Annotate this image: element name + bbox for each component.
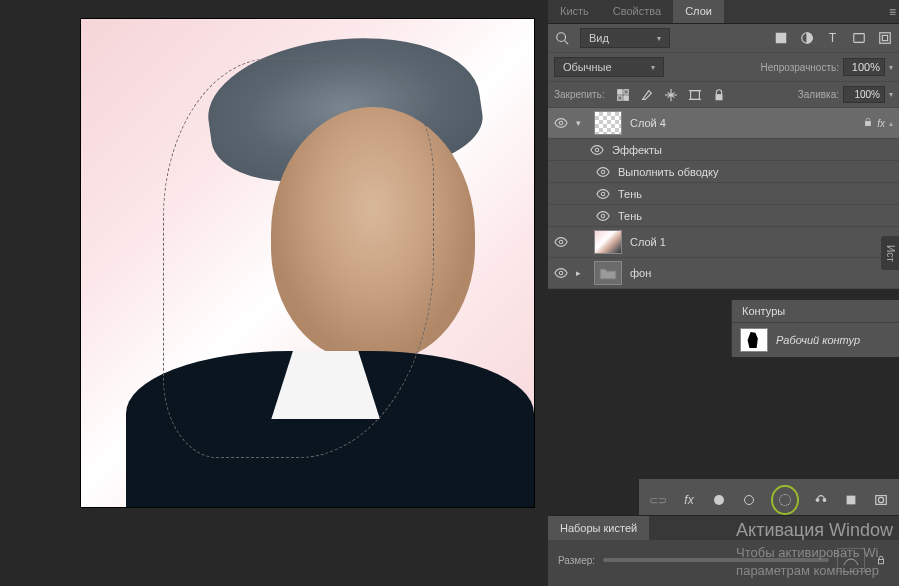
lock-pixels-icon[interactable] (639, 87, 655, 103)
chevron-down-icon: ▾ (657, 34, 661, 43)
layer-name[interactable]: Слой 4 (630, 117, 855, 129)
tab-paths[interactable]: Контуры (732, 300, 899, 323)
fill-value[interactable]: 100% (843, 86, 885, 103)
visibility-toggle[interactable] (590, 143, 604, 157)
layer-name[interactable]: фон (630, 267, 893, 279)
path-row-work[interactable]: Рабочий контур (732, 323, 899, 357)
svg-rect-5 (854, 34, 865, 43)
svg-rect-12 (690, 90, 699, 99)
lock-all-icon[interactable] (711, 87, 727, 103)
layer-thumbnail[interactable] (594, 230, 622, 254)
fill-path-icon[interactable] (711, 491, 727, 509)
make-work-path-icon[interactable] (813, 491, 829, 509)
blend-mode-dropdown[interactable]: Обычные ▾ (554, 57, 664, 77)
panel-menu-icon[interactable]: ≡ (889, 5, 896, 19)
brush-size-slider[interactable] (603, 558, 829, 562)
canvas-area[interactable] (0, 0, 548, 586)
visibility-toggle[interactable] (596, 187, 610, 201)
filter-kind-dropdown[interactable]: Вид ▾ (580, 28, 670, 48)
effect-label: Тень (618, 210, 893, 222)
filter-pixel-icon[interactable] (773, 30, 789, 46)
search-icon[interactable] (554, 30, 570, 46)
filter-shape-icon[interactable] (851, 30, 867, 46)
svg-point-23 (559, 271, 563, 275)
visibility-toggle[interactable] (554, 116, 568, 130)
svg-rect-15 (715, 94, 722, 100)
filter-type-icon[interactable]: T (825, 30, 841, 46)
layers-panel: Вид ▾ T Обычные ▾ Непрозрачность: 100% ▾ (548, 24, 899, 289)
lock-position-icon[interactable] (663, 87, 679, 103)
fx-badge[interactable]: fx (877, 118, 885, 129)
folder-icon (594, 261, 622, 285)
layer-row-layer4[interactable]: ▾ Слой 4 fx ▴ (548, 108, 899, 139)
svg-rect-11 (617, 95, 621, 99)
effect-stroke[interactable]: Выполнить обводку (548, 161, 899, 183)
lock-transparent-icon[interactable] (615, 87, 631, 103)
effect-label: Выполнить обводку (618, 166, 893, 178)
chevron-down-icon: ▾ (889, 63, 893, 72)
svg-point-24 (816, 499, 819, 502)
twisty-icon[interactable]: ▸ (576, 268, 586, 278)
fx-twisty-icon[interactable]: ▴ (889, 119, 893, 128)
layer-name[interactable]: Слой 1 (630, 236, 893, 248)
twisty-icon[interactable]: ▾ (576, 118, 586, 128)
filter-smart-icon[interactable] (877, 30, 893, 46)
svg-point-21 (601, 214, 605, 218)
svg-point-16 (559, 121, 563, 125)
svg-rect-29 (879, 559, 884, 563)
link-layers-icon[interactable]: ⊂⊃ (649, 491, 667, 509)
svg-rect-9 (624, 95, 628, 99)
new-path-icon[interactable] (843, 491, 859, 509)
svg-point-18 (595, 148, 599, 152)
effect-shadow-1[interactable]: Тень (548, 183, 899, 205)
tab-layers[interactable]: Слои (673, 0, 724, 23)
tab-brush-presets[interactable]: Наборы кистей (548, 516, 649, 540)
lock-icon (863, 117, 873, 129)
filter-adjustment-icon[interactable] (799, 30, 815, 46)
opacity-value[interactable]: 100% (843, 58, 885, 76)
opacity-label: Непрозрачность: (760, 62, 839, 73)
filter-kind-label: Вид (589, 32, 609, 44)
visibility-toggle[interactable] (596, 209, 610, 223)
layer-thumbnail[interactable] (594, 111, 622, 135)
history-tab[interactable]: Ист (881, 236, 899, 270)
svg-rect-10 (624, 89, 628, 93)
visibility-toggle[interactable] (596, 165, 610, 179)
effect-label: Тень (618, 188, 893, 200)
load-path-selection-icon[interactable] (776, 491, 794, 509)
paths-panel: Контуры Рабочий контур (731, 300, 899, 357)
stroke-path-icon[interactable] (741, 491, 757, 509)
fill-label: Заливка: (798, 89, 839, 100)
mask-icon[interactable] (873, 491, 889, 509)
effects-label: Эффекты (612, 144, 893, 156)
chevron-down-icon: ▾ (889, 90, 893, 99)
path-name[interactable]: Рабочий контур (776, 334, 860, 346)
lock-artboard-icon[interactable] (687, 87, 703, 103)
brush-size-label: Размер: (558, 555, 595, 566)
portrait-face (271, 107, 475, 361)
svg-text:T: T (829, 31, 837, 45)
tab-properties[interactable]: Свойства (601, 0, 673, 23)
blend-mode-label: Обычные (563, 61, 612, 73)
svg-line-1 (565, 41, 569, 45)
svg-rect-6 (880, 33, 891, 44)
chevron-down-icon: ▾ (651, 63, 655, 72)
document-canvas[interactable] (80, 18, 535, 508)
layer-row-layer1[interactable]: Слой 1 (548, 227, 899, 258)
svg-rect-17 (866, 121, 871, 125)
visibility-toggle[interactable] (554, 266, 568, 280)
tab-brush[interactable]: Кисть (548, 0, 601, 23)
svg-point-19 (601, 170, 605, 174)
lock-icon[interactable] (873, 552, 889, 568)
brush-preview[interactable] (837, 548, 865, 572)
effects-header[interactable]: Эффекты (548, 139, 899, 161)
visibility-toggle[interactable] (554, 235, 568, 249)
fx-icon[interactable]: fx (681, 491, 697, 509)
svg-point-0 (557, 33, 566, 42)
effect-shadow-2[interactable]: Тень (548, 205, 899, 227)
panel-tab-bar: Кисть Свойства Слои ≡ (548, 0, 899, 24)
svg-rect-7 (882, 35, 887, 40)
path-thumbnail[interactable] (740, 328, 768, 352)
svg-point-28 (878, 497, 883, 502)
layer-row-bg-group[interactable]: ▸ фон (548, 258, 899, 289)
